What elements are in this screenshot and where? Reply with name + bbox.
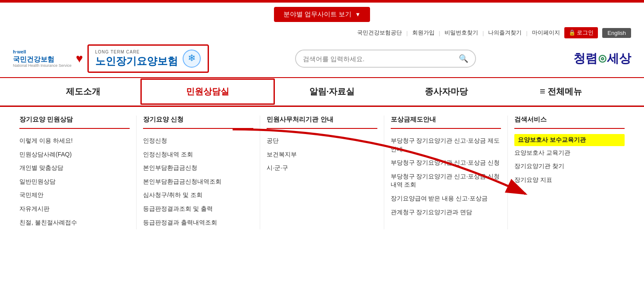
list-item[interactable]: 시·군·구 xyxy=(267,161,377,175)
list-item[interactable]: 장기요양기관 찾기 xyxy=(514,159,625,173)
hamburger-icon: ≡ xyxy=(540,86,545,97)
util-link-password[interactable]: 비밀번호찾기 xyxy=(445,29,478,37)
list-item[interactable]: 일반민원상담 xyxy=(19,175,130,189)
list-item[interactable]: 보건복지부 xyxy=(267,148,377,162)
nhis-kr-label: 국민건강보험 xyxy=(13,55,72,63)
list-item[interactable]: 개인별 맞춤상담 xyxy=(19,161,130,175)
mega-col-minjeon-an: 민원사무처리기관 안내 공단 보건복지부 시·군·구 xyxy=(260,116,384,229)
nav-item-minjeon[interactable]: 민원상담실 xyxy=(140,78,275,105)
ltc-kr-label: 노인장기요양보험 xyxy=(95,54,178,68)
search-wrap: 🔍 xyxy=(218,50,554,68)
ltc-star-icon: ❄ xyxy=(182,49,201,68)
list-item[interactable]: 등급판정결과조회 및 출력 xyxy=(143,202,253,216)
biz-bar: 분야별 업무사이트 보기 ▼ xyxy=(0,3,644,25)
search-icon[interactable]: 🔍 xyxy=(459,54,468,63)
list-item[interactable]: 민원상담사례(FAQ) xyxy=(19,148,130,162)
nhis-logo[interactable]: h·well 국민건강보험 National Health Insurance … xyxy=(13,49,72,68)
mega-menu: 장기요양 민원상담 이렇게 이용 하세요! 민원상담사례(FAQ) 개인별 맞춤… xyxy=(0,106,644,238)
list-item[interactable]: 부당청구 장기요양기관 신고·포상금 신청내역 조회 xyxy=(391,170,501,192)
list-item[interactable]: 장기요양 지표 xyxy=(514,173,625,187)
list-item[interactable]: 공단 xyxy=(267,134,377,148)
mega-col-search: 검색서비스 요양보호사 보수교육기관 요양보호사 교육기관 장기요양기관 찾기 … xyxy=(508,116,631,229)
heart-icon: ♥ xyxy=(76,52,83,66)
chevron-down-icon: ▼ xyxy=(355,11,361,18)
util-link-nhis[interactable]: 국민건강보험공단 xyxy=(357,29,402,37)
util-link-signup[interactable]: 회원가입 xyxy=(412,29,435,37)
util-link-mypage[interactable]: 마이페이지 xyxy=(532,29,560,37)
list-item[interactable]: 심사청구/취하 및 조회 xyxy=(143,188,253,202)
svg-text:❄: ❄ xyxy=(188,53,196,63)
list-item[interactable]: 부당청구 장기요양기관 신고·포상금 제도 안내 xyxy=(391,134,501,156)
list-item[interactable]: 본인부담환급금신청내역조회 xyxy=(143,175,253,189)
list-item[interactable]: 이렇게 이용 하세요! xyxy=(19,134,130,148)
list-item[interactable]: 요양보호사 교육기관 xyxy=(514,146,625,160)
header: h·well 국민건강보험 National Health Insurance … xyxy=(0,40,644,77)
list-item-highlight[interactable]: 요양보호사 보수교육기관 xyxy=(514,134,625,146)
mega-col-title-0[interactable]: 장기요양 민원상담 xyxy=(19,116,130,129)
list-item[interactable]: 인정신청 xyxy=(143,134,253,148)
english-button[interactable]: English xyxy=(602,28,631,38)
utility-nav: 국민건강보험공단 | 회원가입 | 비밀번호찾기 | 나의즐겨찾기 | 마이페이… xyxy=(0,25,644,40)
search-input[interactable] xyxy=(303,55,459,62)
util-link-favorites[interactable]: 나의즐겨찾기 xyxy=(488,29,522,37)
mega-col-posang: 포상금제도안내 부당청구 장기요양기관 신고·포상금 제도 안내 부당청구 장기… xyxy=(384,116,508,229)
login-button[interactable]: 🔒 로그인 xyxy=(564,27,598,38)
list-item[interactable]: 친절, 불친절사례접수 xyxy=(19,216,130,230)
search-bar: 🔍 xyxy=(295,50,476,68)
list-item[interactable]: 자유게시판 xyxy=(19,202,130,216)
main-nav: 제도소개 민원상담실 알림·자료실 종사자마당 ≡ 전체메뉴 xyxy=(0,77,644,106)
nav-item-fullmenu[interactable]: ≡ 전체메뉴 xyxy=(504,78,618,105)
list-item[interactable]: 등급판정결과 출력내역조회 xyxy=(143,216,253,230)
nhis-en-label: National Health Insurance Service xyxy=(13,63,72,68)
mega-col-title-4[interactable]: 검색서비스 xyxy=(514,116,625,129)
list-item[interactable]: 국민제안 xyxy=(19,188,130,202)
mega-col-title-3[interactable]: 포상금제도안내 xyxy=(391,116,501,129)
ltc-en-label: LONG TERM CARE xyxy=(95,50,178,54)
hwell-label: h·well xyxy=(13,49,72,55)
list-item[interactable]: 인정신청내역 조회 xyxy=(143,148,253,162)
list-item[interactable]: 관계청구 장기요양기관과 면담 xyxy=(391,206,501,219)
list-item[interactable]: 본인부담환급금신청 xyxy=(143,161,253,175)
nav-item-alrim[interactable]: 알림·자료실 xyxy=(275,78,389,105)
nav-item-jedo[interactable]: 제도소개 xyxy=(26,78,140,105)
mega-col-title-2[interactable]: 민원사무처리기관 안내 xyxy=(267,116,377,129)
mega-col-minjeon: 장기요양 민원상담 이렇게 이용 하세요! 민원상담사례(FAQ) 개인별 맞춤… xyxy=(13,116,137,229)
list-item[interactable]: 장기요양급여 받은 내용 신고·포상금 xyxy=(391,192,501,206)
mega-col-shinchong: 장기요양 신청 인정신청 인정신청내역 조회 본인부담환급금신청 본인부담환급금… xyxy=(137,116,260,229)
list-item[interactable]: 부당청구 장기요양기관 신고·포상금 신청 xyxy=(391,156,501,170)
nav-item-jongsa[interactable]: 종사자마당 xyxy=(389,78,504,105)
ltc-logo-box[interactable]: LONG TERM CARE 노인장기요양보험 ❄ xyxy=(87,44,209,73)
biz-site-button[interactable]: 분야별 업무사이트 보기 ▼ xyxy=(274,7,370,22)
mega-col-title-1[interactable]: 장기요양 신청 xyxy=(143,116,253,129)
cheong-logo: 청렴⊙세상 xyxy=(562,50,631,67)
biz-site-label: 분야별 업무사이트 보기 xyxy=(283,10,352,19)
